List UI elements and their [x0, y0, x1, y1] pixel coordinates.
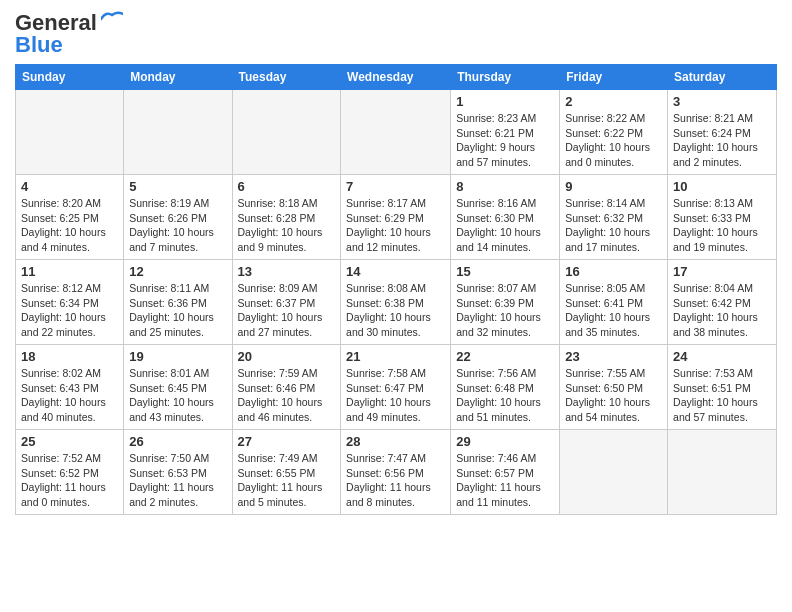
day-info: Sunrise: 8:12 AMSunset: 6:34 PMDaylight:…	[21, 281, 118, 340]
day-number: 12	[129, 264, 226, 279]
weekday-header: Wednesday	[341, 65, 451, 90]
day-number: 4	[21, 179, 118, 194]
day-info: Sunrise: 7:59 AMSunset: 6:46 PMDaylight:…	[238, 366, 336, 425]
calendar-cell	[16, 90, 124, 175]
weekday-header: Saturday	[668, 65, 777, 90]
day-info: Sunrise: 8:11 AMSunset: 6:36 PMDaylight:…	[129, 281, 226, 340]
day-number: 1	[456, 94, 554, 109]
day-info: Sunrise: 8:08 AMSunset: 6:38 PMDaylight:…	[346, 281, 445, 340]
calendar-cell: 12Sunrise: 8:11 AMSunset: 6:36 PMDayligh…	[124, 260, 232, 345]
logo-bird-icon	[101, 11, 123, 27]
day-info: Sunrise: 8:19 AMSunset: 6:26 PMDaylight:…	[129, 196, 226, 255]
day-info: Sunrise: 8:04 AMSunset: 6:42 PMDaylight:…	[673, 281, 771, 340]
day-number: 23	[565, 349, 662, 364]
day-info: Sunrise: 8:22 AMSunset: 6:22 PMDaylight:…	[565, 111, 662, 170]
day-info: Sunrise: 7:52 AMSunset: 6:52 PMDaylight:…	[21, 451, 118, 510]
weekday-header: Friday	[560, 65, 668, 90]
day-info: Sunrise: 7:56 AMSunset: 6:48 PMDaylight:…	[456, 366, 554, 425]
calendar-cell: 29Sunrise: 7:46 AMSunset: 6:57 PMDayligh…	[451, 430, 560, 515]
day-number: 10	[673, 179, 771, 194]
day-info: Sunrise: 8:18 AMSunset: 6:28 PMDaylight:…	[238, 196, 336, 255]
day-number: 3	[673, 94, 771, 109]
weekday-header: Sunday	[16, 65, 124, 90]
weekday-header: Thursday	[451, 65, 560, 90]
day-number: 26	[129, 434, 226, 449]
day-number: 14	[346, 264, 445, 279]
day-number: 20	[238, 349, 336, 364]
calendar-cell: 11Sunrise: 8:12 AMSunset: 6:34 PMDayligh…	[16, 260, 124, 345]
day-info: Sunrise: 7:55 AMSunset: 6:50 PMDaylight:…	[565, 366, 662, 425]
day-info: Sunrise: 8:20 AMSunset: 6:25 PMDaylight:…	[21, 196, 118, 255]
day-number: 24	[673, 349, 771, 364]
calendar-cell: 10Sunrise: 8:13 AMSunset: 6:33 PMDayligh…	[668, 175, 777, 260]
calendar-cell	[124, 90, 232, 175]
calendar-cell: 26Sunrise: 7:50 AMSunset: 6:53 PMDayligh…	[124, 430, 232, 515]
calendar-cell	[232, 90, 341, 175]
day-info: Sunrise: 8:07 AMSunset: 6:39 PMDaylight:…	[456, 281, 554, 340]
calendar-cell: 8Sunrise: 8:16 AMSunset: 6:30 PMDaylight…	[451, 175, 560, 260]
calendar-cell	[560, 430, 668, 515]
day-number: 22	[456, 349, 554, 364]
day-number: 16	[565, 264, 662, 279]
calendar-cell: 22Sunrise: 7:56 AMSunset: 6:48 PMDayligh…	[451, 345, 560, 430]
day-number: 2	[565, 94, 662, 109]
day-number: 27	[238, 434, 336, 449]
day-number: 21	[346, 349, 445, 364]
day-info: Sunrise: 8:05 AMSunset: 6:41 PMDaylight:…	[565, 281, 662, 340]
calendar-cell: 24Sunrise: 7:53 AMSunset: 6:51 PMDayligh…	[668, 345, 777, 430]
day-number: 13	[238, 264, 336, 279]
calendar-cell: 3Sunrise: 8:21 AMSunset: 6:24 PMDaylight…	[668, 90, 777, 175]
calendar-cell: 15Sunrise: 8:07 AMSunset: 6:39 PMDayligh…	[451, 260, 560, 345]
day-info: Sunrise: 8:21 AMSunset: 6:24 PMDaylight:…	[673, 111, 771, 170]
calendar-cell: 21Sunrise: 7:58 AMSunset: 6:47 PMDayligh…	[341, 345, 451, 430]
day-number: 28	[346, 434, 445, 449]
day-number: 25	[21, 434, 118, 449]
calendar-cell: 4Sunrise: 8:20 AMSunset: 6:25 PMDaylight…	[16, 175, 124, 260]
calendar-cell: 25Sunrise: 7:52 AMSunset: 6:52 PMDayligh…	[16, 430, 124, 515]
day-info: Sunrise: 7:53 AMSunset: 6:51 PMDaylight:…	[673, 366, 771, 425]
day-info: Sunrise: 7:47 AMSunset: 6:56 PMDaylight:…	[346, 451, 445, 510]
day-number: 5	[129, 179, 226, 194]
day-number: 8	[456, 179, 554, 194]
calendar-cell: 18Sunrise: 8:02 AMSunset: 6:43 PMDayligh…	[16, 345, 124, 430]
weekday-header: Monday	[124, 65, 232, 90]
calendar-cell: 23Sunrise: 7:55 AMSunset: 6:50 PMDayligh…	[560, 345, 668, 430]
calendar-cell: 14Sunrise: 8:08 AMSunset: 6:38 PMDayligh…	[341, 260, 451, 345]
day-info: Sunrise: 8:16 AMSunset: 6:30 PMDaylight:…	[456, 196, 554, 255]
calendar-cell: 7Sunrise: 8:17 AMSunset: 6:29 PMDaylight…	[341, 175, 451, 260]
day-info: Sunrise: 7:50 AMSunset: 6:53 PMDaylight:…	[129, 451, 226, 510]
calendar-cell: 27Sunrise: 7:49 AMSunset: 6:55 PMDayligh…	[232, 430, 341, 515]
calendar-cell	[341, 90, 451, 175]
day-info: Sunrise: 7:49 AMSunset: 6:55 PMDaylight:…	[238, 451, 336, 510]
calendar-cell: 9Sunrise: 8:14 AMSunset: 6:32 PMDaylight…	[560, 175, 668, 260]
calendar-cell	[668, 430, 777, 515]
weekday-header: Tuesday	[232, 65, 341, 90]
day-number: 18	[21, 349, 118, 364]
day-number: 11	[21, 264, 118, 279]
calendar-cell: 5Sunrise: 8:19 AMSunset: 6:26 PMDaylight…	[124, 175, 232, 260]
day-info: Sunrise: 7:58 AMSunset: 6:47 PMDaylight:…	[346, 366, 445, 425]
calendar-cell: 28Sunrise: 7:47 AMSunset: 6:56 PMDayligh…	[341, 430, 451, 515]
calendar-cell: 17Sunrise: 8:04 AMSunset: 6:42 PMDayligh…	[668, 260, 777, 345]
logo: General Blue	[15, 10, 123, 58]
day-info: Sunrise: 8:09 AMSunset: 6:37 PMDaylight:…	[238, 281, 336, 340]
calendar-cell: 13Sunrise: 8:09 AMSunset: 6:37 PMDayligh…	[232, 260, 341, 345]
day-number: 7	[346, 179, 445, 194]
calendar-cell: 1Sunrise: 8:23 AMSunset: 6:21 PMDaylight…	[451, 90, 560, 175]
day-info: Sunrise: 8:02 AMSunset: 6:43 PMDaylight:…	[21, 366, 118, 425]
day-info: Sunrise: 8:23 AMSunset: 6:21 PMDaylight:…	[456, 111, 554, 170]
day-info: Sunrise: 7:46 AMSunset: 6:57 PMDaylight:…	[456, 451, 554, 510]
day-number: 15	[456, 264, 554, 279]
day-info: Sunrise: 8:01 AMSunset: 6:45 PMDaylight:…	[129, 366, 226, 425]
day-number: 19	[129, 349, 226, 364]
day-number: 9	[565, 179, 662, 194]
day-info: Sunrise: 8:14 AMSunset: 6:32 PMDaylight:…	[565, 196, 662, 255]
logo-blue: Blue	[15, 32, 63, 58]
calendar-cell: 19Sunrise: 8:01 AMSunset: 6:45 PMDayligh…	[124, 345, 232, 430]
calendar-cell: 2Sunrise: 8:22 AMSunset: 6:22 PMDaylight…	[560, 90, 668, 175]
day-number: 6	[238, 179, 336, 194]
day-info: Sunrise: 8:13 AMSunset: 6:33 PMDaylight:…	[673, 196, 771, 255]
calendar-cell: 6Sunrise: 8:18 AMSunset: 6:28 PMDaylight…	[232, 175, 341, 260]
calendar-cell: 20Sunrise: 7:59 AMSunset: 6:46 PMDayligh…	[232, 345, 341, 430]
day-number: 29	[456, 434, 554, 449]
